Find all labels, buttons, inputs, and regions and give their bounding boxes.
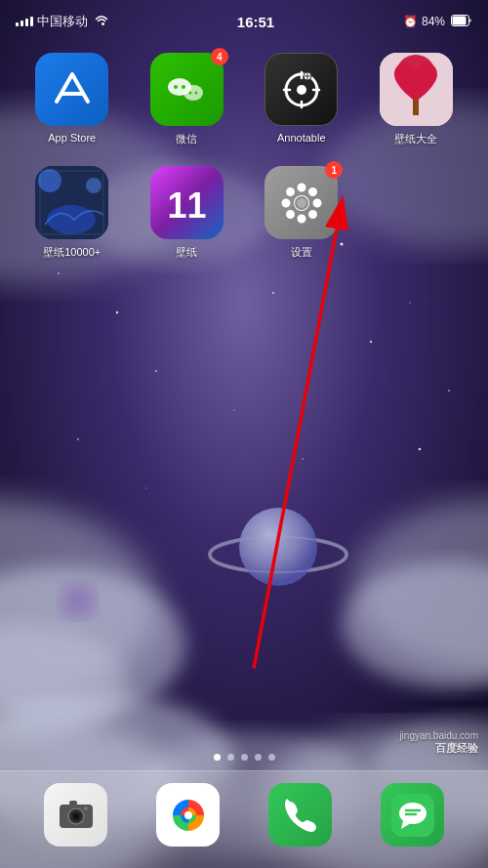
svg-point-8 [233, 409, 234, 410]
svg-point-9 [370, 341, 372, 343]
app-icon-settings[interactable]: 1 [264, 166, 338, 239]
svg-point-65 [314, 200, 320, 206]
app-label-wallpaper11: 壁纸 [176, 245, 197, 260]
svg-point-62 [299, 185, 305, 190]
watermark-site: jingyan.baidu.com [399, 730, 478, 741]
svg-point-40 [189, 91, 192, 94]
svg-point-67 [309, 211, 315, 217]
badge-settings: 1 [325, 161, 343, 179]
svg-point-6 [409, 302, 411, 304]
app-label-wallpaper-all: 壁纸大全 [394, 132, 437, 146]
app-label-annotable: Annotable [277, 132, 326, 144]
badge-wechat: 4 [211, 48, 228, 65]
svg-point-81 [184, 811, 192, 819]
svg-point-55 [38, 169, 61, 192]
app-label-settings: 设置 [291, 245, 312, 260]
app-item-annotable[interactable]: Annotable [249, 53, 354, 146]
wifi-icon [95, 15, 108, 29]
signal-icon [16, 17, 33, 26]
status-left: 中国移动 [16, 13, 108, 30]
dock-item-phone[interactable] [268, 783, 332, 847]
svg-point-71 [297, 198, 306, 208]
svg-point-11 [77, 438, 79, 440]
battery-label: 84% [422, 15, 445, 28]
app-icon-wallpaper11[interactable]: 11 [150, 166, 224, 239]
svg-point-39 [183, 85, 203, 101]
carrier-label: 中国移动 [37, 13, 88, 30]
svg-point-68 [309, 188, 315, 194]
app-item-wallpaper11[interactable]: 11 壁纸 [135, 166, 240, 260]
dock-item-camera[interactable] [44, 783, 107, 847]
app-item-settings[interactable]: 1 设置 [249, 166, 354, 260]
status-time: 16:51 [237, 14, 274, 30]
app-item-appstore[interactable]: App Store [20, 53, 125, 146]
dock-icon-phone[interactable] [268, 783, 332, 847]
page-dot-2 [241, 754, 248, 761]
svg-point-66 [287, 188, 293, 194]
app-label-wechat: 微信 [176, 132, 197, 146]
svg-point-2 [116, 311, 118, 313]
svg-point-4 [272, 292, 274, 294]
watermark-label: 百度经验 [399, 741, 478, 756]
app-icon-wechat[interactable]: 4 [150, 53, 224, 126]
page-dot-0 [214, 754, 221, 761]
status-right: ⏰ 84% [403, 15, 472, 29]
alarm-icon: ⏰ [403, 15, 418, 28]
dock-icon-messages[interactable] [381, 783, 444, 847]
dock-item-photos[interactable] [156, 783, 220, 847]
svg-rect-53 [413, 100, 419, 115]
svg-text:11: 11 [167, 186, 206, 226]
svg-point-56 [86, 178, 102, 193]
dock [0, 770, 488, 868]
svg-point-57 [47, 205, 96, 234]
app-grid: App Store 4 微信 [0, 53, 488, 260]
app-item-wallpaper-all[interactable]: 壁纸大全 [364, 53, 469, 146]
page-dot-4 [268, 754, 275, 761]
status-bar: 中国移动 16:51 ⏰ 84% [0, 0, 488, 43]
svg-point-12 [302, 458, 304, 460]
page-dot-3 [255, 754, 262, 761]
svg-point-77 [73, 813, 79, 819]
svg-rect-34 [453, 16, 467, 24]
svg-rect-78 [69, 801, 77, 806]
svg-point-13 [419, 448, 422, 451]
svg-point-37 [174, 85, 178, 89]
battery-icon [451, 15, 472, 29]
dock-icon-camera[interactable] [44, 783, 107, 847]
svg-point-64 [283, 200, 289, 206]
dock-item-messages[interactable] [381, 783, 444, 847]
svg-point-30 [239, 508, 317, 586]
app-label-appstore: App Store [48, 132, 96, 144]
svg-point-43 [297, 85, 306, 95]
svg-point-32 [61, 583, 96, 618]
page-dot-1 [227, 754, 234, 761]
watermark: jingyan.baidu.com 百度经验 [399, 730, 478, 756]
svg-point-63 [299, 216, 305, 222]
app-icon-wallpaper10k[interactable] [35, 166, 108, 239]
app-item-wallpaper10k[interactable]: 壁纸10000+ [20, 166, 125, 260]
app-icon-annotable[interactable] [264, 53, 338, 126]
svg-point-7 [155, 370, 157, 372]
svg-point-41 [195, 91, 198, 94]
svg-point-10 [448, 390, 450, 392]
app-icon-wallpaper-all[interactable] [380, 53, 453, 126]
app-icon-appstore[interactable] [35, 53, 108, 126]
svg-point-14 [145, 487, 146, 488]
svg-point-38 [182, 85, 185, 89]
svg-point-79 [84, 806, 88, 810]
app-label-wallpaper10k: 壁纸10000+ [43, 245, 101, 260]
dock-icon-photos[interactable] [156, 783, 220, 847]
app-item-wechat[interactable]: 4 微信 [135, 53, 240, 146]
svg-point-69 [287, 211, 293, 217]
